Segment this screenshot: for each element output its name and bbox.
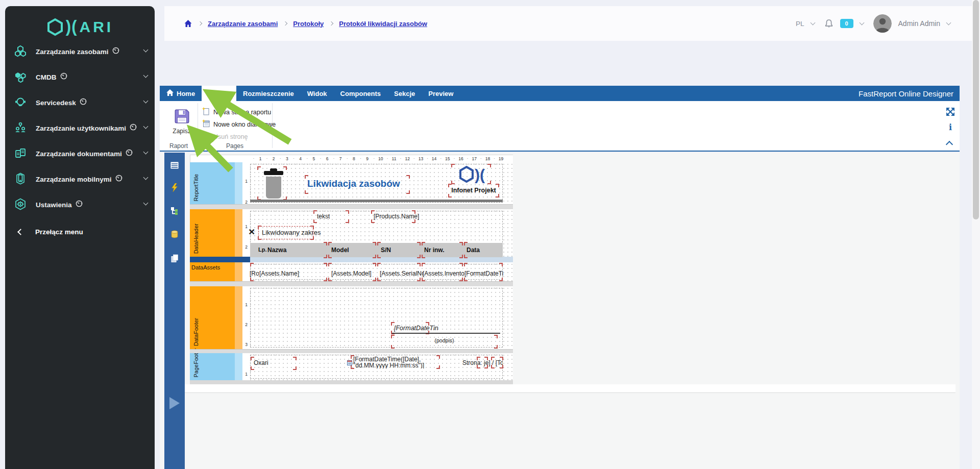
column-mark bbox=[377, 263, 381, 266]
selected-band-splitter-row bbox=[250, 257, 513, 262]
band-subcolumn bbox=[235, 162, 242, 204]
report-title-text[interactable]: Likwidacja zasobów bbox=[307, 178, 400, 189]
copy-pages-icon[interactable] bbox=[170, 254, 179, 264]
table-data-cell[interactable]: [Assets.SerialNo] bbox=[380, 270, 423, 277]
gauge-icon bbox=[80, 98, 87, 107]
data-source-icon[interactable] bbox=[170, 230, 179, 240]
signature-caption[interactable]: (podpis) bbox=[392, 337, 497, 343]
save-button[interactable]: Zapisz bbox=[166, 107, 198, 139]
selection-corner-mark bbox=[351, 355, 354, 359]
band-header-pagefooter[interactable]: PageFooter bbox=[190, 353, 235, 380]
table-data-cell[interactable]: [FormatDateTime bbox=[464, 270, 503, 277]
column-mark bbox=[459, 263, 463, 266]
tab-raport[interactable]: Raport bbox=[202, 86, 236, 101]
ruler-number: 2 bbox=[273, 156, 275, 161]
band-subcolumn bbox=[235, 286, 242, 349]
footer-date-field[interactable]: [FormatDateTin bbox=[394, 325, 438, 332]
oxari-logo-letters: ARI bbox=[79, 18, 113, 36]
band-header-datafooter[interactable]: DataFooter bbox=[190, 286, 235, 349]
breadcrumb-separator-icon bbox=[198, 21, 202, 26]
pagefooter-date-field[interactable]: [FormatDateTime([Date], "dd.MM.yyyy HH:m… bbox=[353, 356, 440, 368]
sidebar-item-ustawienia[interactable]: Ustawienia bbox=[5, 192, 155, 216]
collapse-ribbon-icon[interactable] bbox=[947, 142, 952, 147]
workspace-bottom-bar[interactable] bbox=[185, 384, 955, 393]
band-header-dataheader[interactable]: DataHeader bbox=[190, 209, 235, 257]
sidebar-item-cmdb[interactable]: CMDB bbox=[5, 64, 155, 89]
breadcrumb-link[interactable]: Zarządzanie zasobami bbox=[208, 20, 278, 28]
language-caret-icon[interactable] bbox=[810, 20, 815, 25]
band-header-reporttitle[interactable]: ReportTitle bbox=[190, 162, 235, 204]
ruler-number: 11 bbox=[392, 156, 397, 161]
topbar: Zarządzanie zasobamiProtokołyProtokół li… bbox=[164, 6, 972, 41]
selection-corner-mark bbox=[283, 166, 287, 170]
page-scrollbar[interactable] bbox=[972, 0, 980, 469]
sidebar-item-zarz-dzanie-zasobami[interactable]: Zarządzanie zasobami bbox=[5, 39, 155, 63]
oxari-logo: )( ARI bbox=[5, 15, 155, 39]
ribbon-tab-bar: HomeRaportRozmieszczenieWidokComponentsS… bbox=[160, 86, 960, 101]
tab-sekcje[interactable]: Sekcje bbox=[387, 86, 422, 101]
report-tree-icon[interactable] bbox=[170, 162, 179, 171]
pagefooter-left-text[interactable]: Oxari bbox=[254, 359, 268, 366]
structure-tree-icon[interactable] bbox=[170, 207, 179, 217]
info-icon[interactable]: i bbox=[949, 124, 952, 131]
tab-label: Components bbox=[340, 90, 381, 97]
table-data-cell[interactable]: [Assets.InventoryNo bbox=[423, 270, 464, 277]
ox-logo-icon[interactable]: )( bbox=[459, 165, 491, 186]
sidebar-item-servicedesk[interactable]: Servicedesk bbox=[5, 90, 155, 114]
home-icon[interactable] bbox=[184, 19, 192, 28]
sidebar-item-zarz-dzanie-mobilnymi[interactable]: Zarządzanie mobilnymi bbox=[5, 166, 155, 191]
no-image-icon[interactable]: × bbox=[249, 227, 255, 236]
avatar[interactable] bbox=[873, 14, 892, 33]
user-caret-icon[interactable] bbox=[946, 20, 951, 25]
column-mark bbox=[373, 263, 376, 266]
chevron-down-icon bbox=[143, 201, 149, 206]
column-mark bbox=[459, 255, 463, 258]
ruler-number: 1 bbox=[259, 156, 262, 161]
tab-rozmieszczenie[interactable]: Rozmieszczenie bbox=[236, 86, 301, 101]
pagefooter-page-number[interactable]: Strona: je] / [Tot bbox=[462, 359, 503, 366]
tab-label: Preview bbox=[428, 90, 453, 97]
bell-icon[interactable] bbox=[824, 19, 834, 29]
table-data-cell[interactable]: [Assets.Name] bbox=[259, 270, 326, 277]
events-icon[interactable] bbox=[170, 183, 179, 194]
gauge-icon bbox=[60, 72, 67, 81]
logo-caption-text[interactable]: Infonet Projekt bbox=[449, 187, 498, 194]
table-data-cell[interactable]: [Rov bbox=[250, 270, 259, 277]
selection-corner-mark bbox=[484, 365, 488, 368]
group-label-raport: Raport bbox=[160, 142, 198, 150]
products-name-field[interactable]: [Products.Name] bbox=[374, 213, 419, 220]
header-text-element[interactable]: tekst bbox=[317, 213, 330, 220]
fullscreen-icon[interactable] bbox=[946, 107, 955, 118]
tab-components[interactable]: Components bbox=[334, 86, 387, 101]
selection-corner-mark bbox=[346, 219, 349, 223]
preview-play-icon[interactable] bbox=[168, 397, 181, 412]
servicedesk-icon bbox=[5, 96, 36, 108]
tab-preview[interactable]: Preview bbox=[422, 86, 460, 101]
notification-badge[interactable]: 0 bbox=[840, 19, 853, 28]
scrollbar-thumb[interactable] bbox=[973, 0, 979, 219]
selection-corner-mark bbox=[487, 181, 491, 184]
sidebar-collapse-toggle[interactable]: Przełącz menu bbox=[5, 219, 155, 244]
sidebar-item-zarz-dzanie-dokumentami[interactable]: Zarządzanie dokumentami bbox=[5, 141, 155, 165]
selection-corner-mark bbox=[391, 335, 395, 338]
menu-item-nowe-okno-dialogowe[interactable]: Nowe okno dialogowe bbox=[202, 119, 276, 130]
breadcrumb-separator-icon bbox=[329, 21, 333, 26]
tab-home[interactable]: Home bbox=[160, 86, 202, 101]
group-separator bbox=[198, 103, 198, 148]
language-selector[interactable]: PL bbox=[796, 20, 804, 28]
selected-band-splitter[interactable] bbox=[190, 257, 250, 262]
breadcrumb-link[interactable]: Protokoły bbox=[293, 20, 324, 28]
menu-item-nowa-strona-raportu[interactable]: Nowa strona raportu bbox=[202, 107, 271, 118]
breadcrumb-link[interactable]: Protokół likwidacji zasobów bbox=[339, 20, 427, 28]
sidebar-item-zarz-dzanie-u-ytkownikami[interactable]: Zarządzanie użytkownikami bbox=[5, 115, 155, 140]
selection-corner-mark bbox=[391, 322, 395, 326]
user-name[interactable]: Admin Admin bbox=[898, 19, 940, 28]
selection-corner-mark bbox=[258, 226, 261, 229]
notification-caret-icon[interactable] bbox=[859, 20, 864, 25]
chevron-down-icon bbox=[143, 175, 149, 180]
ruler-number: 4 bbox=[299, 156, 302, 161]
table-data-cell[interactable]: [Assets.Model] bbox=[331, 270, 377, 277]
band-header-dataassets[interactable]: DataAssets bbox=[190, 262, 235, 281]
tab-widok[interactable]: Widok bbox=[301, 86, 334, 101]
column-mark bbox=[373, 278, 376, 281]
